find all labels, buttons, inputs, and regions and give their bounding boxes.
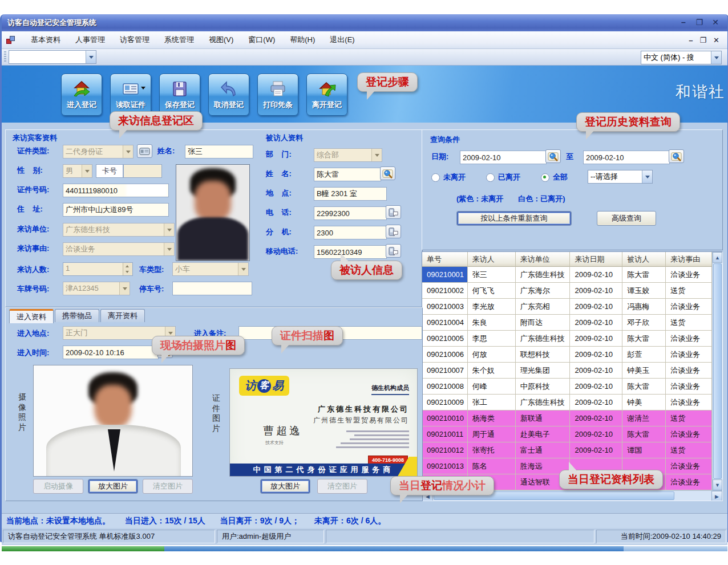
- table-cell[interactable]: 钟美: [622, 395, 666, 410]
- table-cell[interactable]: 广东德生科技: [516, 331, 571, 347]
- table-cell[interactable]: 洽谈业务: [666, 474, 712, 490]
- date-from-input[interactable]: 2009-02-10: [460, 151, 547, 164]
- scroll-up-icon[interactable]: ▲: [713, 252, 722, 263]
- status-filter-combo[interactable]: --请选择: [588, 170, 653, 184]
- table-row[interactable]: 090210002何飞飞广东海尔2009-02-10谭玉姣送货: [422, 283, 712, 299]
- card-reader-button[interactable]: [137, 144, 152, 158]
- table-cell[interactable]: 洽谈业务: [666, 299, 712, 315]
- toolbar-button-0[interactable]: 进入登记: [61, 74, 102, 116]
- quick-select-combo[interactable]: [9, 50, 96, 64]
- column-header-3[interactable]: 来访日期: [570, 252, 622, 267]
- dial-mobile-button[interactable]: [386, 244, 401, 258]
- table-cell[interactable]: 杨海类: [468, 410, 516, 426]
- language-combo[interactable]: 中文 (简体) - 搜: [641, 51, 722, 64]
- radio-icon[interactable]: [486, 173, 495, 182]
- table-cell[interactable]: 钟美玉: [622, 363, 666, 379]
- table-row[interactable]: 090210001张三广东德生科技2009-02-10陈大雷洽谈业务: [422, 267, 712, 283]
- visitor-name-input[interactable]: 张三: [185, 145, 253, 158]
- table-cell[interactable]: 090210004: [422, 315, 468, 331]
- child-minimize-icon[interactable]: –: [689, 36, 693, 44]
- table-cell[interactable]: 广东德生科技: [516, 267, 571, 283]
- table-cell[interactable]: 赴美电子: [516, 426, 571, 442]
- table-cell[interactable]: 送货: [666, 315, 712, 331]
- menu-item-6[interactable]: 帮助(H): [282, 32, 322, 47]
- table-cell[interactable]: 中原科技: [516, 379, 571, 395]
- zoom-card-button[interactable]: 放大图片: [260, 479, 310, 494]
- menu-item-4[interactable]: 视图(V): [201, 32, 241, 47]
- table-cell[interactable]: 陈大雷: [622, 379, 666, 395]
- dial-phone-button[interactable]: [386, 205, 401, 219]
- column-header-0[interactable]: 单号: [422, 252, 468, 267]
- table-cell[interactable]: 洽谈业务: [666, 426, 712, 442]
- date-from-picker-button[interactable]: [545, 149, 561, 163]
- table-cell[interactable]: 洽谈业务: [666, 331, 712, 347]
- phone-input[interactable]: 22992300: [314, 206, 387, 220]
- table-cell[interactable]: 陈大雷: [622, 331, 666, 347]
- table-cell[interactable]: 联想科技: [516, 347, 571, 363]
- mobile-input[interactable]: 15602210349: [314, 245, 387, 259]
- table-cell[interactable]: 洽谈业务: [666, 267, 712, 283]
- toolbar-button-5[interactable]: 离开登记: [306, 74, 347, 116]
- table-cell[interactable]: 2009-02-10: [570, 426, 622, 442]
- table-cell[interactable]: 090210013: [422, 458, 468, 474]
- toolbar-button-2[interactable]: 保存登记: [159, 74, 200, 116]
- menu-item-2[interactable]: 访客管理: [112, 32, 157, 47]
- menu-item-7[interactable]: 退出(E): [322, 32, 362, 47]
- table-cell[interactable]: 陈名: [468, 458, 516, 474]
- column-header-4[interactable]: 被访人: [622, 252, 666, 267]
- table-cell[interactable]: 洽谈业务: [666, 395, 712, 410]
- address-input[interactable]: 广州市中山大道89号: [63, 203, 169, 217]
- visited-name-search-button[interactable]: [380, 166, 395, 180]
- chevron-down-icon[interactable]: [711, 51, 721, 64]
- table-cell[interactable]: 张寄托: [468, 442, 516, 458]
- table-cell[interactable]: 洽谈业务: [666, 458, 712, 474]
- table-row[interactable]: 090210007朱个奴理光集团2009-02-10钟美玉洽谈业务: [422, 363, 712, 379]
- table-cell[interactable]: 张工: [468, 395, 516, 410]
- table-cell[interactable]: 090210001: [422, 267, 468, 283]
- table-cell[interactable]: 洽谈业务: [666, 347, 712, 363]
- table-cell[interactable]: 张三: [468, 267, 516, 283]
- table-cell[interactable]: 2009-02-10: [570, 331, 622, 347]
- toolbar-button-3[interactable]: 取消登记: [208, 74, 249, 116]
- table-cell[interactable]: 送货: [666, 410, 712, 426]
- table-cell[interactable]: 090210010: [422, 410, 468, 426]
- table-cell[interactable]: 附而达: [516, 315, 571, 331]
- radio-已离开[interactable]: 已离开: [486, 172, 520, 182]
- radio-全部[interactable]: 全部: [541, 172, 568, 182]
- table-row[interactable]: 090210003李光放广东亮相2009-02-10冯惠梅洽谈业务: [422, 299, 712, 315]
- table-cell[interactable]: 广东德生科技: [516, 395, 571, 410]
- menu-item-3[interactable]: 系统管理: [157, 32, 201, 47]
- table-cell[interactable]: 邓子欣: [622, 315, 666, 331]
- column-header-2[interactable]: 来访单位: [516, 252, 571, 267]
- requery-button[interactable]: 按以上条件重新查询: [456, 211, 572, 226]
- table-cell[interactable]: 冯惠梅: [622, 299, 666, 315]
- table-cell[interactable]: 090210008: [422, 379, 468, 395]
- table-row[interactable]: 090210008何峰中原科技2009-02-10陈大雷洽谈业务: [422, 379, 712, 395]
- chevron-down-icon[interactable]: [141, 87, 145, 92]
- id-number-input[interactable]: 4401111980010: [63, 184, 169, 197]
- radio-icon[interactable]: [431, 173, 440, 182]
- scroll-right-icon[interactable]: ▶: [711, 491, 722, 501]
- table-cell[interactable]: 2009-02-10: [570, 379, 622, 395]
- table-cell[interactable]: 何放: [468, 347, 516, 363]
- table-cell[interactable]: 090210003: [422, 299, 468, 315]
- table-cell[interactable]: 谭国: [622, 442, 666, 458]
- table-cell[interactable]: 陈大雷: [622, 267, 666, 283]
- scrollbar-thumb[interactable]: [713, 263, 722, 479]
- vertical-scrollbar[interactable]: ▲ ▼: [712, 252, 722, 490]
- table-row[interactable]: 090210004朱良附而达2009-02-10邓子欣送货: [422, 315, 712, 331]
- dial-ext-button[interactable]: [386, 225, 401, 238]
- table-cell[interactable]: 新联通: [516, 410, 571, 426]
- table-row[interactable]: 090210009张工广东德生科技2009-02-10钟美洽谈业务: [422, 395, 712, 410]
- advanced-query-button[interactable]: 高级查询: [597, 211, 656, 226]
- child-close-icon[interactable]: ✕: [713, 36, 719, 44]
- table-cell[interactable]: 090210009: [422, 395, 468, 410]
- table-cell[interactable]: 2009-02-10: [570, 315, 622, 331]
- menu-item-5[interactable]: 窗口(W): [241, 32, 282, 47]
- table-cell[interactable]: 何飞飞: [468, 283, 516, 299]
- radio-未离开[interactable]: 未离开: [431, 172, 466, 182]
- table-row[interactable]: 090210012张寄托富士通2009-02-10谭国送货: [422, 442, 712, 458]
- table-cell[interactable]: 洽谈业务: [666, 363, 712, 379]
- table-cell[interactable]: 2009-02-10: [570, 410, 622, 426]
- table-cell[interactable]: 2009-02-10: [570, 363, 622, 379]
